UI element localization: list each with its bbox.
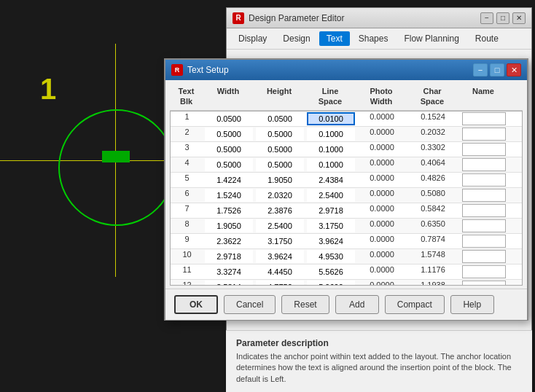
menu-text[interactable]: Text	[319, 31, 350, 46]
description-area: Parameter description Indicates the anch…	[226, 330, 532, 392]
cell-name[interactable]	[458, 219, 509, 233]
cell-height[interactable]	[254, 142, 305, 157]
cell-name[interactable]	[458, 188, 509, 203]
text-setup-dialog: R Text Setup − □ ✕ TextBlk Width Height …	[164, 58, 528, 321]
cell-charspace: 1.1176	[407, 264, 458, 279]
reset-button[interactable]: Reset	[281, 295, 329, 314]
ok-button[interactable]: OK	[174, 295, 218, 314]
cell-linespace[interactable]	[305, 173, 356, 187]
cell-photowidth: 0.0000	[356, 219, 407, 233]
cell-blk: 8	[171, 219, 203, 233]
cell-width[interactable]	[203, 142, 254, 157]
menu-route[interactable]: Route	[468, 31, 506, 46]
cell-width[interactable]	[203, 249, 254, 264]
cell-blk: 11	[171, 264, 203, 279]
cell-width[interactable]	[203, 157, 254, 172]
cell-linespace[interactable]	[305, 219, 356, 233]
dpe-close-button[interactable]: ✕	[512, 12, 526, 24]
dialog-minimize-button[interactable]: −	[473, 63, 488, 77]
cell-name[interactable]	[458, 157, 509, 172]
cell-name[interactable]	[458, 249, 509, 264]
cell-blk: 7	[171, 203, 203, 218]
cell-height[interactable]	[254, 264, 305, 279]
dialog-app-icon: R	[171, 64, 183, 76]
cell-linespace[interactable]	[305, 157, 356, 172]
cell-blk: 4	[171, 157, 203, 172]
menu-shapes[interactable]: Shapes	[351, 31, 396, 46]
table-row: 80.00000.6350	[171, 219, 522, 234]
cell-height[interactable]	[254, 188, 305, 203]
cell-photowidth: 0.0000	[356, 203, 407, 218]
cell-linespace[interactable]	[305, 111, 356, 126]
cell-width[interactable]	[203, 203, 254, 218]
cell-name[interactable]	[458, 264, 509, 279]
cell-name[interactable]	[458, 142, 509, 157]
cell-name[interactable]	[458, 111, 509, 126]
dpe-maximize-button[interactable]: □	[496, 12, 509, 24]
table-row: 100.00001.5748	[171, 249, 522, 264]
cell-width[interactable]	[203, 188, 254, 203]
cell-height[interactable]	[254, 234, 305, 248]
cad-rect	[102, 151, 130, 162]
cell-height[interactable]	[254, 111, 305, 126]
cell-linespace[interactable]	[305, 203, 356, 218]
cell-name[interactable]	[458, 234, 509, 248]
cell-blk: 3	[171, 142, 203, 157]
dialog-win-controls: − □ ✕	[473, 63, 521, 77]
cell-linespace[interactable]	[305, 188, 356, 203]
cell-charspace: 1.1938	[407, 280, 458, 286]
cell-blk: 6	[171, 188, 203, 203]
cell-name[interactable]	[458, 127, 509, 141]
cell-width[interactable]	[203, 127, 254, 141]
table-row: 90.00000.7874	[171, 234, 522, 249]
col-header-name: Name	[458, 85, 509, 109]
cell-height[interactable]	[254, 157, 305, 172]
add-button[interactable]: Add	[335, 295, 379, 314]
col-header-scrollbar	[509, 85, 523, 109]
cell-width[interactable]	[203, 111, 254, 126]
cell-blk: 9	[171, 234, 203, 248]
menu-display[interactable]: Display	[231, 31, 274, 46]
cell-height[interactable]	[254, 127, 305, 141]
cell-charspace: 0.6350	[407, 219, 458, 233]
cell-photowidth: 0.0000	[356, 188, 407, 203]
col-header-blk: TextBlk	[170, 85, 203, 109]
cell-height[interactable]	[254, 219, 305, 233]
table-header: TextBlk Width Height LineSpace PhotoWidt…	[170, 83, 523, 111]
cancel-button[interactable]: Cancel	[224, 295, 276, 314]
cell-linespace[interactable]	[305, 127, 356, 141]
cell-width[interactable]	[203, 173, 254, 187]
cell-photowidth: 0.0000	[356, 249, 407, 264]
dpe-title-left: R Design Parameter Editor	[233, 12, 344, 24]
help-button[interactable]: Help	[450, 295, 494, 314]
cell-linespace[interactable]	[305, 249, 356, 264]
dialog-close-button[interactable]: ✕	[507, 63, 521, 77]
cell-height[interactable]	[254, 280, 305, 286]
cell-linespace[interactable]	[305, 280, 356, 286]
cell-linespace[interactable]	[305, 264, 356, 279]
cell-width[interactable]	[203, 219, 254, 233]
compact-button[interactable]: Compact	[385, 295, 445, 314]
dpe-titlebar: R Design Parameter Editor − □ ✕	[227, 8, 531, 28]
cell-name[interactable]	[458, 280, 509, 286]
menu-flow-planning[interactable]: Flow Planning	[397, 31, 466, 46]
cell-linespace[interactable]	[305, 234, 356, 248]
dpe-minimize-button[interactable]: −	[480, 12, 493, 24]
cell-width[interactable]	[203, 234, 254, 248]
table-body[interactable]: 10.00000.152420.00000.203230.00000.33024…	[170, 111, 523, 286]
cell-linespace[interactable]	[305, 142, 356, 157]
cell-charspace: 0.5080	[407, 188, 458, 203]
cell-name[interactable]	[458, 173, 509, 187]
cad-circle	[58, 109, 175, 226]
cell-name[interactable]	[458, 203, 509, 218]
menu-design[interactable]: Design	[276, 31, 317, 46]
cell-photowidth: 0.0000	[356, 127, 407, 141]
dpe-title: Design Parameter Editor	[249, 13, 344, 23]
cell-height[interactable]	[254, 249, 305, 264]
cell-height[interactable]	[254, 203, 305, 218]
cell-width[interactable]	[203, 280, 254, 286]
cell-width[interactable]	[203, 264, 254, 279]
col-header-linespace: LineSpace	[305, 85, 356, 109]
cell-height[interactable]	[254, 173, 305, 187]
dialog-maximize-button[interactable]: □	[490, 63, 504, 77]
